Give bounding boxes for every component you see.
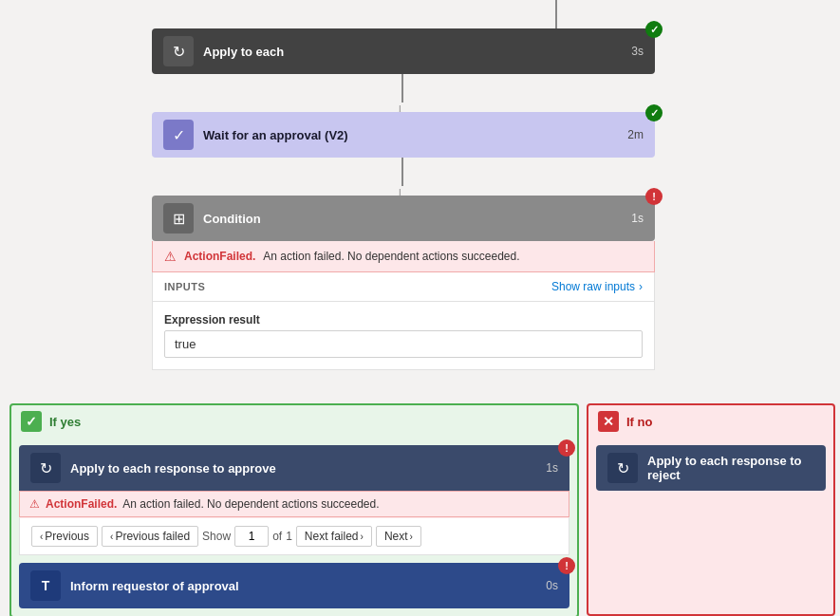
condition-node[interactable]: ⊞ Condition 1s ! ⚠ ActionFailed. An acti… xyxy=(152,196,655,370)
loop-icon: ↻ xyxy=(173,43,185,61)
if-no-branch: ✕ If no ↻ Apply to each response to reje… xyxy=(587,403,835,616)
chevron-left-prev-failed-icon: ‹ xyxy=(110,532,113,542)
condition-time: 1s xyxy=(631,212,644,225)
apply-each-reject-icon-box: ↻ xyxy=(607,453,638,483)
if-yes-content: ↻ Apply to each response to approve 1s !… xyxy=(11,438,577,616)
wait-approval-time: 2m xyxy=(627,128,644,141)
wait-approval-node[interactable]: ✓ Wait for an approval (V2) 2m ✓ xyxy=(152,112,655,158)
condition-header[interactable]: ⊞ Condition 1s ! xyxy=(152,196,655,241)
next-failed-label: Next failed xyxy=(305,530,359,543)
condition-warn-icon: ⚠ xyxy=(164,249,177,264)
next-failed-button[interactable]: Next failed › xyxy=(296,526,372,547)
apply-each-reject-header[interactable]: ↻ Apply to each response to reject xyxy=(596,445,826,491)
apply-each-approve-header[interactable]: ↻ Apply to each response to approve 1s ! xyxy=(19,445,569,491)
show-raw-label: Show raw inputs xyxy=(551,280,635,293)
wait-approval-header[interactable]: ✓ Wait for an approval (V2) 2m ✓ xyxy=(152,112,655,158)
apply-each-approve-title: Apply to each response to approve xyxy=(70,461,546,476)
branch-error-label: ActionFailed. xyxy=(46,497,117,511)
expression-value: true xyxy=(164,330,643,358)
if-no-title: If no xyxy=(626,415,652,429)
total-pages: 1 xyxy=(286,530,292,543)
teams-icon: T xyxy=(42,578,50,593)
condition-inputs-panel: INPUTS Show raw inputs › Expression resu… xyxy=(152,272,655,370)
condition-title: Condition xyxy=(203,212,631,226)
apply-each-title: Apply to each xyxy=(203,45,631,59)
connector-2 xyxy=(401,158,403,186)
wait-approval-status: ✓ xyxy=(645,104,663,121)
if-no-icon: ✕ xyxy=(598,411,619,432)
inform-time: 0s xyxy=(546,579,558,592)
inputs-header: INPUTS Show raw inputs › xyxy=(153,272,654,302)
condition-error-panel: ⚠ ActionFailed. An action failed. No dep… xyxy=(152,241,655,272)
of-text: of xyxy=(272,530,282,543)
approval-icon: ✓ xyxy=(173,126,185,144)
apply-each-approve-status: ! xyxy=(558,439,575,457)
branch-error-panel: ⚠ ActionFailed. An action failed. No dep… xyxy=(19,491,569,517)
inputs-label: INPUTS xyxy=(164,281,205,292)
if-yes-title: If yes xyxy=(49,415,81,429)
page-input[interactable] xyxy=(234,526,269,547)
show-raw-link[interactable]: Show raw inputs › xyxy=(551,280,643,293)
previous-failed-button[interactable]: ‹ Previous failed xyxy=(102,526,198,547)
apply-each-time: 3s xyxy=(631,45,644,58)
connector-1 xyxy=(401,74,403,103)
apply-each-status: ✓ xyxy=(645,21,663,38)
next-label: Next xyxy=(384,530,408,543)
condition-error-label: ActionFailed. xyxy=(184,250,255,263)
wait-approval-title: Wait for an approval (V2) xyxy=(203,128,627,142)
apply-each-approve-node[interactable]: ↻ Apply to each response to approve 1s !… xyxy=(19,445,569,555)
apply-each-approve-icon-box: ↻ xyxy=(30,453,61,483)
branch-warn-icon: ⚠ xyxy=(29,497,40,511)
loop-icon-2: ↻ xyxy=(40,459,52,477)
if-yes-branch: ✓ If yes ↻ Apply to each response to app… xyxy=(9,403,579,616)
apply-each-node[interactable]: ↻ Apply to each 3s ✓ xyxy=(152,28,655,74)
chevron-right-icon: › xyxy=(639,280,643,293)
apply-each-header[interactable]: ↻ Apply to each 3s ✓ xyxy=(152,28,655,74)
previous-label: Previous xyxy=(45,530,89,543)
chevron-right-next-failed-icon: › xyxy=(361,532,364,542)
condition-status: ! xyxy=(645,188,663,205)
condition-icon: ⊞ xyxy=(173,210,185,228)
apply-each-approve-time: 1s xyxy=(546,461,558,475)
chevron-left-prev-icon: ‹ xyxy=(40,532,43,542)
branch-error-text: An action failed. No dependent actions s… xyxy=(122,497,379,511)
wait-approval-icon-box: ✓ xyxy=(163,120,194,150)
next-button[interactable]: Next › xyxy=(376,526,421,547)
chevron-right-next-icon: › xyxy=(410,532,413,542)
apply-each-icon-box: ↻ xyxy=(163,36,194,66)
inform-status: ! xyxy=(558,557,575,574)
inputs-body: Expression result true xyxy=(153,302,654,369)
condition-error-text: An action failed. No dependent actions s… xyxy=(263,250,519,263)
previous-button[interactable]: ‹ Previous xyxy=(31,526,98,547)
expression-label: Expression result xyxy=(164,313,643,327)
inform-title: Inform requestor of approval xyxy=(70,579,546,593)
apply-each-reject-title: Apply to each response to reject xyxy=(647,454,814,482)
main-canvas: ↻ Apply to each 3s ✓ ↓ ✓ Wait for an app… xyxy=(0,0,840,616)
previous-failed-label: Previous failed xyxy=(115,530,190,543)
if-yes-header: ✓ If yes xyxy=(11,405,577,438)
apply-each-reject-node[interactable]: ↻ Apply to each response to reject xyxy=(596,445,826,491)
if-no-header: ✕ If no xyxy=(588,405,833,438)
show-text: Show xyxy=(202,530,231,543)
inform-icon-box: T xyxy=(30,570,61,601)
inform-node-wrapper: T Inform requestor of approval 0s ! xyxy=(19,563,569,608)
loop-icon-3: ↻ xyxy=(617,459,629,477)
nav-bar: ‹ Previous ‹ Previous failed Show of 1 N… xyxy=(19,517,569,555)
if-no-content: ↻ Apply to each response to reject xyxy=(588,438,833,498)
if-yes-icon: ✓ xyxy=(21,411,42,432)
inform-header[interactable]: T Inform requestor of approval 0s ! xyxy=(19,563,569,608)
condition-icon-box: ⊞ xyxy=(163,203,194,233)
